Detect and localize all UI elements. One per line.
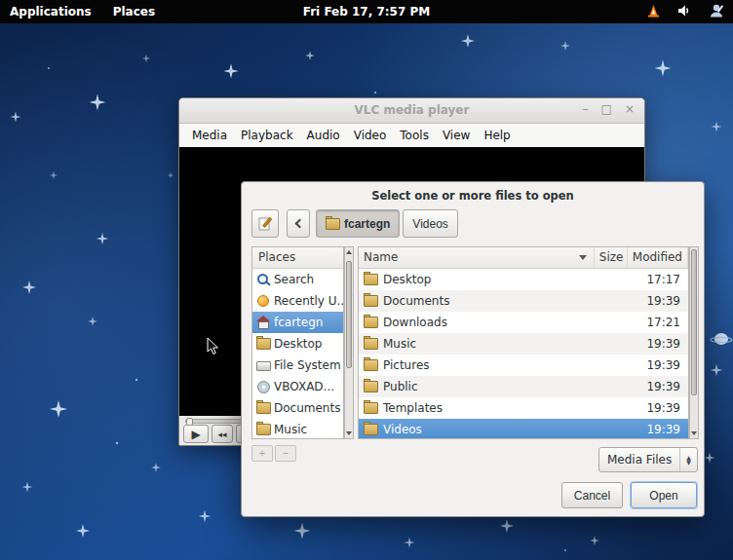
breadcrumb-fcartegn[interactable]: fcartegn bbox=[316, 209, 400, 238]
recent-icon bbox=[256, 295, 270, 307]
breadcrumb: fcartegn Videos bbox=[316, 209, 458, 238]
place-item-documents[interactable]: Documents bbox=[252, 397, 343, 419]
place-label: fcartegn bbox=[274, 316, 323, 329]
file-row-downloads[interactable]: Downloads 17:21 bbox=[359, 312, 688, 333]
column-header-size[interactable]: Size bbox=[595, 247, 628, 268]
column-header-name[interactable]: Name bbox=[359, 247, 595, 268]
folder-icon bbox=[364, 338, 377, 350]
disc-icon bbox=[256, 381, 270, 392]
column-label: Name bbox=[364, 247, 398, 268]
place-item-search[interactable]: Search bbox=[252, 269, 343, 290]
top-panel: Applications Places Fri Feb 17, 7:57 PM bbox=[0, 0, 733, 23]
volume-icon[interactable] bbox=[676, 3, 692, 21]
place-item-vboxadditions[interactable]: VBOXAD... bbox=[252, 376, 343, 397]
remove-bookmark-button[interactable]: − bbox=[275, 445, 296, 462]
menu-help[interactable]: Help bbox=[477, 129, 517, 142]
folder-icon bbox=[256, 402, 270, 414]
place-label: Desktop bbox=[274, 337, 323, 351]
minimize-icon[interactable]: – bbox=[583, 102, 589, 116]
file-row-pictures[interactable]: Pictures 19:39 bbox=[359, 355, 688, 376]
scroll-up-icon[interactable] bbox=[346, 250, 352, 254]
place-item-desktop[interactable]: Desktop bbox=[252, 333, 343, 355]
file-row-documents[interactable]: Documents 19:39 bbox=[359, 290, 688, 312]
menu-media[interactable]: Media bbox=[185, 129, 234, 142]
vlc-window-title: VLC media player bbox=[179, 103, 644, 117]
cancel-button[interactable]: Cancel bbox=[561, 482, 623, 508]
file-list: Name Size Modified Desktop 17:17 Documen… bbox=[358, 246, 689, 439]
folder-icon bbox=[364, 317, 377, 328]
places-header[interactable]: Places bbox=[252, 247, 343, 269]
place-label: VBOXAD... bbox=[274, 380, 334, 393]
place-label: Search bbox=[274, 273, 314, 286]
menu-tools[interactable]: Tools bbox=[393, 129, 436, 142]
type-location-button[interactable] bbox=[251, 209, 279, 238]
menu-video[interactable]: Video bbox=[347, 129, 394, 142]
mouse-cursor bbox=[207, 337, 220, 356]
back-button[interactable] bbox=[287, 209, 310, 238]
bookmark-buttons: + − bbox=[251, 445, 296, 462]
file-type-filter-combo[interactable]: Media Files ▲▼ bbox=[598, 447, 698, 472]
column-header-modified[interactable]: Modified bbox=[628, 247, 688, 268]
window-controls: – □ × bbox=[583, 102, 635, 116]
sort-descending-icon bbox=[579, 255, 587, 260]
maximize-icon[interactable]: □ bbox=[601, 102, 612, 116]
scrollbar-thumb[interactable] bbox=[691, 249, 697, 395]
menu-playback[interactable]: Playback bbox=[234, 129, 300, 142]
file-row-desktop[interactable]: Desktop 17:17 bbox=[359, 269, 688, 290]
place-item-filesystem[interactable]: File System bbox=[252, 355, 343, 376]
desktop: Applications Places Fri Feb 17, 7:57 PM … bbox=[0, 0, 733, 560]
folder-icon bbox=[256, 424, 270, 435]
folder-icon bbox=[256, 338, 270, 350]
close-icon[interactable]: × bbox=[625, 102, 635, 116]
clock[interactable]: Fri Feb 17, 7:57 PM bbox=[0, 5, 733, 19]
breadcrumb-videos[interactable]: Videos bbox=[403, 209, 457, 238]
place-label: File System bbox=[274, 358, 341, 372]
place-label: Music bbox=[274, 423, 307, 436]
previous-button[interactable]: ◂◂ bbox=[212, 425, 233, 443]
vlc-titlebar[interactable]: VLC media player – □ × bbox=[179, 98, 644, 124]
menu-view[interactable]: View bbox=[436, 129, 477, 142]
dialog-title: Select one or more files to open bbox=[242, 189, 704, 203]
place-label: Recently U... bbox=[274, 294, 343, 308]
scroll-down-icon[interactable] bbox=[346, 431, 352, 435]
folder-icon bbox=[364, 274, 377, 285]
scroll-down-icon[interactable] bbox=[691, 431, 697, 435]
places-scrollbar[interactable] bbox=[344, 246, 354, 439]
menu-audio[interactable]: Audio bbox=[300, 129, 347, 142]
chevron-left-icon bbox=[295, 219, 305, 229]
folder-icon bbox=[364, 424, 377, 435]
scrollbar-thumb[interactable] bbox=[346, 261, 352, 368]
user-menu-icon[interactable] bbox=[708, 3, 725, 21]
add-bookmark-button[interactable]: + bbox=[251, 445, 273, 462]
play-button[interactable]: ▶ bbox=[183, 425, 209, 443]
system-tray bbox=[646, 0, 725, 23]
search-icon bbox=[256, 274, 270, 285]
drive-icon bbox=[256, 359, 270, 371]
file-list-header: Name Size Modified bbox=[359, 247, 688, 269]
combo-arrows-icon: ▲▼ bbox=[679, 448, 697, 471]
place-label: Documents bbox=[274, 401, 340, 415]
breadcrumb-label: Videos bbox=[412, 217, 447, 231]
pencil-icon bbox=[258, 216, 273, 231]
breadcrumb-label: fcartegn bbox=[344, 217, 390, 231]
place-item-recent[interactable]: Recently U... bbox=[252, 290, 343, 312]
home-icon bbox=[256, 317, 270, 328]
file-row-public[interactable]: Public 19:39 bbox=[359, 376, 688, 397]
place-item-music[interactable]: Music bbox=[252, 419, 343, 440]
folder-icon bbox=[326, 218, 339, 230]
vlc-menubar: Media Playback Audio Video Tools View He… bbox=[179, 124, 644, 147]
place-item-home[interactable]: fcartegn bbox=[252, 312, 343, 333]
file-list-scrollbar[interactable] bbox=[689, 246, 699, 439]
file-rows: Desktop 17:17 Documents 19:39 Downloads … bbox=[359, 269, 688, 439]
file-row-music[interactable]: Music 19:39 bbox=[359, 333, 688, 355]
folder-icon bbox=[364, 402, 377, 414]
folder-icon bbox=[364, 359, 377, 371]
file-row-templates[interactable]: Templates 19:39 bbox=[359, 397, 688, 419]
places-sidebar: Places Search Recently U... fcartegn Des… bbox=[251, 246, 344, 439]
folder-icon bbox=[364, 295, 377, 307]
filter-label: Media Files bbox=[599, 453, 679, 467]
open-button[interactable]: Open bbox=[631, 482, 697, 508]
file-row-videos[interactable]: Videos 19:39 bbox=[359, 419, 688, 439]
vlc-cone-icon[interactable] bbox=[646, 3, 661, 21]
file-chooser-dialog: Select one or more files to open fcarteg… bbox=[241, 181, 705, 517]
